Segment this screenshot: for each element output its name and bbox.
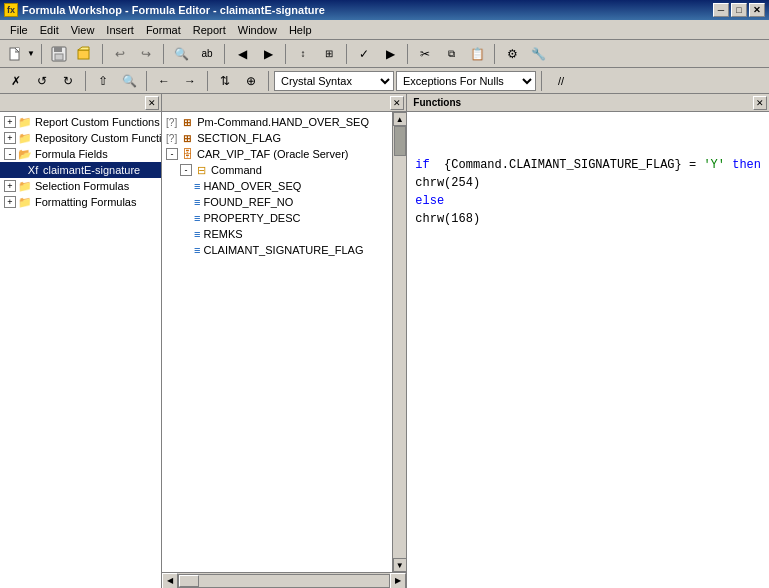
folder-icon-sel: 📁 [18,179,32,193]
new-dropdown-arrow[interactable]: ▼ [26,43,36,65]
expand-car[interactable]: - [166,148,178,160]
paste-button[interactable]: 📋 [465,43,489,65]
tree-remks[interactable]: ≡ REMKS [162,226,392,242]
code-line-chrw168: chrw(168) [415,210,761,228]
tree-repository-custom[interactable]: + 📁 Repository Custom Functions [0,130,161,146]
scroll-left-arrow[interactable]: ◀ [162,573,178,589]
new-button-group: ▼ [4,43,36,65]
left-panel-close[interactable]: ✕ [145,96,159,110]
menu-file[interactable]: File [4,22,34,38]
window-controls: ─ □ ✕ [713,3,765,17]
menu-view[interactable]: View [65,22,101,38]
right-panel: Functions ✕ if {Command.CLAIMANT_SIGNATU… [407,94,769,588]
expand-icon-formula[interactable]: - [4,148,16,160]
menu-insert[interactable]: Insert [100,22,140,38]
tree-pm-hand-over[interactable]: [?] ⊞ Pm-Command.HAND_OVER_SEQ [162,114,392,130]
run-button[interactable]: ▶ [378,43,402,65]
tree-label-found-ref: FOUND_REF_NO [204,196,294,208]
middle-panel-body: [?] ⊞ Pm-Command.HAND_OVER_SEQ [?] ⊞ SEC… [162,112,406,572]
keyword-if: if [415,158,429,172]
svg-rect-3 [54,47,62,52]
menu-help[interactable]: Help [283,22,318,38]
scroll-down-arrow[interactable]: ▼ [393,558,407,572]
tree-claimant-sig-flag[interactable]: ≡ CLAIMANT_SIGNATURE_FLAG [162,242,392,258]
syntax-selector[interactable]: Crystal Syntax [274,71,394,91]
tree-claimante-signature[interactable]: Xf claimantE-signature [0,162,161,178]
tree-label-claimant-sig: CLAIMANT_SIGNATURE_FLAG [204,244,364,256]
tb2-btn7[interactable]: → [178,70,202,92]
code-line-if: if {Command.CLAIMANT_SIGNATURE_FLAG} = '… [415,156,761,174]
right-panel-close[interactable]: ✕ [753,96,767,110]
tb2-btn6[interactable]: ← [152,70,176,92]
expand-icon-sel[interactable]: + [4,180,16,192]
tb2-btn8[interactable]: ⇅ [213,70,237,92]
scissors-button[interactable]: ✂ [413,43,437,65]
tree-selection-formulas[interactable]: + 📁 Selection Formulas [0,178,161,194]
group-button[interactable]: ⊞ [317,43,341,65]
tb2-btn1[interactable]: ✗ [4,70,28,92]
tree-section-flag[interactable]: [?] ⊞ SECTION_FLAG [162,130,392,146]
maximize-button[interactable]: □ [731,3,747,17]
scroll-thumb[interactable] [394,126,406,156]
menu-window[interactable]: Window [232,22,283,38]
replace-button[interactable]: ab [195,43,219,65]
tree-report-custom[interactable]: + 📁 Report Custom Functions [0,114,161,130]
close-button[interactable]: ✕ [749,3,765,17]
left-arrow-button[interactable]: ◀ [230,43,254,65]
left-panel-header: ✕ [0,94,161,112]
expand-command[interactable]: - [180,164,192,176]
exception-selector[interactable]: Exceptions For Nulls [396,71,536,91]
middle-vert-scrollbar[interactable]: ▲ ▼ [392,112,406,572]
tb2-btn4[interactable]: ⇧ [91,70,115,92]
scroll-up-arrow[interactable]: ▲ [393,112,407,126]
check-button[interactable]: ✓ [352,43,376,65]
middle-horiz-scrollbar: ◀ ▶ [162,572,406,588]
options-button[interactable]: 🔧 [526,43,550,65]
expand-icon-repo[interactable]: + [4,132,16,144]
tree-formatting-formulas[interactable]: + 📁 Formatting Formulas [0,194,161,210]
field-icon-selected: Xf [26,163,40,177]
menu-report[interactable]: Report [187,22,232,38]
tree-property-desc[interactable]: ≡ PROPERTY_DESC [162,210,392,226]
tree-hand-over-seq[interactable]: ≡ HAND_OVER_SEQ [162,178,392,194]
sort-button[interactable]: ↕ [291,43,315,65]
horiz-scroll-thumb[interactable] [179,575,199,587]
redo-button[interactable]: ↪ [134,43,158,65]
right-arrow-button[interactable]: ▶ [256,43,280,65]
code-line-1 [415,120,761,138]
expand-icon-fmt[interactable]: + [4,196,16,208]
save-button[interactable] [47,43,71,65]
middle-panel-header: ✕ [162,94,406,112]
expand-icon[interactable]: + [4,116,16,128]
tree-label-formula: Formula Fields [35,148,108,160]
tb2-btn9[interactable]: ⊕ [239,70,263,92]
new-button[interactable] [4,43,26,65]
code-line-else: else [415,192,761,210]
menu-format[interactable]: Format [140,22,187,38]
tree-found-ref-no[interactable]: ≡ FOUND_REF_NO [162,194,392,210]
formula-editor[interactable]: if {Command.CLAIMANT_SIGNATURE_FLAG} = '… [407,112,769,588]
keyword-else: else [415,194,444,208]
toolbar-2: ✗ ↺ ↻ ⇧ 🔍 ← → ⇅ ⊕ Crystal Syntax Excepti… [0,68,769,94]
open-button[interactable] [73,43,97,65]
tb2-btn3[interactable]: ↻ [56,70,80,92]
svg-rect-4 [55,54,63,60]
scroll-track [394,126,406,558]
tree-formula-fields[interactable]: - 📂 Formula Fields [0,146,161,162]
find-button[interactable]: 🔍 [169,43,193,65]
functions-title: Functions [409,97,461,108]
middle-panel: ✕ [?] ⊞ Pm-Command.HAND_OVER_SEQ [?] ⊞ S… [162,94,407,588]
menu-edit[interactable]: Edit [34,22,65,38]
tree-command[interactable]: - ⊟ Command [162,162,392,178]
undo-button[interactable]: ↩ [108,43,132,65]
middle-panel-close[interactable]: ✕ [390,96,404,110]
minimize-button[interactable]: ─ [713,3,729,17]
formula-tree: + 📁 Report Custom Functions + 📁 Reposito… [0,112,161,588]
tree-car-vip-taf[interactable]: - 🗄 CAR_VIP_TAF (Oracle Server) [162,146,392,162]
settings-button[interactable]: ⚙ [500,43,524,65]
copy-button[interactable]: ⧉ [439,43,463,65]
tb2-btn2[interactable]: ↺ [30,70,54,92]
tb2-btn5[interactable]: 🔍 [117,70,141,92]
scroll-right-arrow[interactable]: ▶ [390,573,406,589]
comment-button[interactable]: // [547,70,575,92]
